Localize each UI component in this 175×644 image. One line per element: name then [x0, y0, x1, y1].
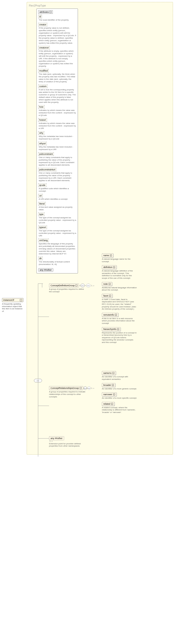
attribute-typeuri: typeuriThe type of the concept assigned …	[38, 226, 76, 237]
attr-desc: The type of the concept assigned as cont…	[39, 217, 76, 224]
attribute-pubconstrainturi: pubconstrainturiOne or many constraints …	[38, 168, 76, 182]
element-definition: definition+A natural language definition…	[102, 265, 137, 279]
element-box[interactable]: remoteInfo+	[102, 313, 118, 317]
element-box[interactable]: facet+	[102, 294, 113, 298]
attr-name[interactable]: howuri	[38, 118, 47, 122]
expand-icon[interactable]: +	[113, 266, 115, 268]
collapse-icon[interactable]: −	[75, 284, 77, 287]
attr-desc: Indicates by which means the value was e…	[39, 109, 76, 117]
element-remoteInfo: remoteInfo+A link to an item or a web re…	[102, 313, 137, 325]
type-title: Flex1PropType	[29, 4, 171, 7]
item-desc: A natural language name for the concept.	[102, 258, 137, 263]
item-desc: An identifier of a concept with equivale…	[102, 376, 137, 380]
attribute-xml-lang: xml:langSpecifies the language of this p…	[38, 239, 76, 255]
attribute-how: howIndicates by which means the value wa…	[38, 105, 76, 117]
attr-name[interactable]: creatoruri	[38, 46, 50, 49]
expand-icon[interactable]: +	[115, 314, 117, 316]
attr-name[interactable]: pubconstrainturi	[38, 168, 56, 171]
attr-name[interactable]: id	[38, 15, 42, 18]
attr-name[interactable]: qcode	[38, 183, 47, 187]
attr-desc: The local identifier of the property.	[39, 19, 76, 21]
attr-name[interactable]: type	[38, 212, 45, 216]
element-box[interactable]: broader+	[102, 383, 115, 387]
choice-connector	[88, 386, 91, 390]
attribute-creatoruri: creatoruriIf the attribute is empty, spe…	[38, 46, 76, 67]
attr-desc: If set to true the corresponding propert…	[39, 89, 76, 104]
attr-name[interactable]: whyuri	[38, 142, 47, 145]
attribute-uri: uriA URI which identifies a concept.	[38, 194, 76, 200]
element-narrower: narrower+An identifier of a more specifi…	[102, 392, 137, 399]
attribute-qcode: qcodeA qualified code which identifies a…	[38, 183, 76, 192]
attr-desc: The directionality of textual content (e…	[39, 261, 76, 266]
element-name: name+A natural language name for the con…	[102, 253, 137, 263]
attributes-header[interactable]: attributes −	[38, 10, 53, 14]
attr-desc: One or many constraints that apply to pu…	[39, 156, 76, 166]
element-hierarchyInfo: hierarchyInfo+Represents the position of…	[102, 327, 137, 344]
cardinality: 0..∞	[91, 285, 94, 287]
element-sameAs: sameAs+An identifier of a concept with e…	[102, 371, 137, 380]
attribute-dir: dirThe directionality of textual content…	[38, 257, 76, 266]
element-box[interactable]: sameAs+	[102, 371, 116, 375]
expand-icon[interactable]: +	[112, 372, 114, 374]
any-other-element: any ##other	[49, 436, 64, 440]
attr-name[interactable]: custom	[38, 85, 48, 88]
schema-diagram: instanceOf − A frequently updating infor…	[2, 2, 173, 455]
cardinality: 0..∞	[50, 440, 171, 442]
attribute-why: whyWhy the metadata has been included - …	[38, 131, 76, 140]
expand-icon[interactable]: +	[117, 328, 119, 330]
element-box[interactable]: hierarchyInfo+	[102, 327, 121, 331]
expand-icon[interactable]: +	[110, 254, 112, 256]
element-box[interactable]: note+	[102, 282, 112, 286]
expand-icon[interactable]: +	[109, 283, 111, 285]
attr-desc: A free-text value assigned as property v…	[39, 206, 76, 211]
element-box[interactable]: narrower+	[102, 392, 117, 396]
attribute-whyuri: whyuriWhy the metadata has been included…	[38, 142, 76, 151]
expand-icon[interactable]: +	[112, 384, 114, 386]
any-other-element-row: any ##other 0..∞ Extension point for pro…	[49, 436, 171, 447]
attr-name[interactable]: typeuri	[38, 226, 47, 229]
attr-name[interactable]: uri	[38, 194, 43, 197]
concept-relationships-group-row: ConceptRelationshipsGroup − 0..∞ A group…	[49, 386, 171, 416]
collapse-icon[interactable]: −	[20, 299, 22, 301]
concept-definition-group[interactable]: ConceptDefinitionGroup −	[49, 283, 79, 288]
choice-connector	[86, 284, 91, 287]
collapse-icon[interactable]: −	[50, 11, 52, 13]
attr-name[interactable]: creator	[38, 23, 47, 26]
element-box[interactable]: related+	[102, 402, 115, 406]
item-desc: An identifier of a more specific concept…	[102, 397, 137, 399]
expand-icon[interactable]: +	[113, 393, 115, 395]
attr-name[interactable]: dir	[38, 257, 43, 260]
root-desc: A frequently updating information object…	[2, 303, 23, 312]
expand-icon[interactable]: +	[109, 295, 111, 297]
attr-desc: If the attribute is empty, specifies whi…	[39, 50, 76, 67]
tree-trunk-line	[38, 283, 38, 457]
element-box[interactable]: definition+	[102, 265, 117, 269]
element-note: note+Additional natural language informa…	[102, 282, 137, 291]
collapse-icon[interactable]: −	[80, 387, 82, 389]
attribute-custom: customIf set to true the corresponding p…	[38, 85, 76, 104]
attr-name[interactable]: literal	[38, 202, 46, 205]
attr-name[interactable]: how	[38, 105, 45, 109]
sequence-connector	[84, 386, 87, 390]
attr-desc: The date (and, optionally, the time) whe…	[39, 73, 76, 83]
element-facet: facet+In NAR 1.8 and later, facet is dep…	[102, 294, 137, 310]
element-box[interactable]: name+	[102, 253, 113, 257]
expand-icon[interactable]: +	[111, 403, 113, 405]
attr-name[interactable]: modified	[38, 69, 49, 73]
root-element-box[interactable]: instanceOf −	[2, 298, 23, 302]
root-column: instanceOf − A frequently updating infor…	[2, 298, 25, 312]
attr-desc: A URI which identifies a concept.	[39, 198, 76, 200]
attr-name[interactable]: xml:lang	[38, 239, 49, 242]
concept-definition-group-row: ConceptDefinitionGroup − 0..∞ A group of…	[49, 283, 171, 346]
item-desc: A link to an item or a web resource whic…	[102, 317, 137, 325]
attr-desc: One or many constraints that apply to pu…	[39, 172, 76, 182]
cardinality: 0..∞	[91, 387, 94, 389]
attr-name[interactable]: why	[38, 131, 44, 135]
element-related: related+A related concept, where the rel…	[102, 402, 137, 414]
item-desc: Represents the position of a concept in …	[102, 332, 137, 344]
attr-name[interactable]: pubconstraint	[38, 152, 54, 156]
concept-relationships-group[interactable]: ConceptRelationshipsGroup −	[49, 386, 83, 390]
attributes-panel: attributes − idThe local identifier of t…	[36, 9, 78, 273]
item-desc: In NAR 1.8 and later, facet is deprecate…	[102, 298, 137, 310]
element-broader: broader+An identifier of a more generic …	[102, 383, 137, 390]
